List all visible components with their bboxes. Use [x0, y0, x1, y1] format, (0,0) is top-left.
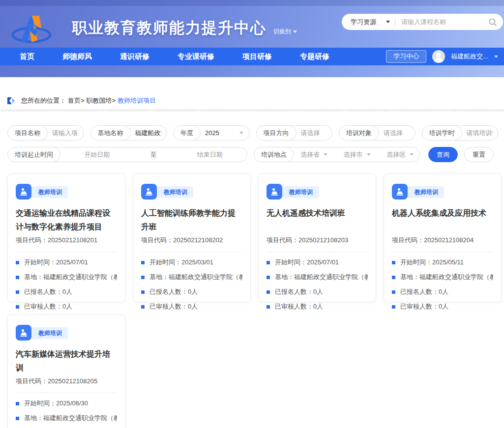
filter-base-name: 基地名称 — [90, 125, 167, 141]
switch-dropdown[interactable]: 切换到 — [273, 28, 297, 36]
filter-row-2: 培训起止时间 开始日期 至 结束日期 培训地点 选择省 选择市 — [7, 147, 498, 162]
card-title: 交通运输业在线精品课程设计与数字化素养提升项目 — [16, 206, 117, 234]
chevron-down-icon[interactable] — [494, 56, 498, 58]
card-row-text: 开始时间：2025/07/01 — [275, 258, 339, 267]
card-title: 汽车新媒体运营技术提升培训 — [16, 347, 117, 375]
card-divider — [267, 252, 368, 252]
card-row-text: 开始时间：2025/06/30 — [24, 399, 88, 408]
card-code: 项目代码：20250212108201 — [16, 236, 117, 245]
card-info-row: 已报名人数：0人 — [392, 287, 493, 296]
target-select[interactable] — [379, 129, 415, 137]
date-range-zone: 开始日期 至 结束日期 — [60, 150, 247, 159]
chevron-down-icon — [293, 30, 297, 33]
card-title: 机器人系统集成及应用技术 — [392, 206, 493, 234]
card-info-row: 开始时间：2025/07/01 — [16, 258, 117, 267]
card-row-text: 已报名人数：0人 — [275, 287, 323, 296]
direction-select[interactable] — [296, 129, 332, 137]
project-card[interactable]: 教师培训 交通运输业在线精品课程设计与数字化素养提升项目 项目代码：202502… — [7, 173, 125, 302]
card-badge: 教师培训 — [141, 184, 242, 200]
location-zone: 选择省 选择市 选择区 — [294, 150, 419, 159]
bullet-icon — [16, 276, 19, 279]
card-badge: 教师培训 — [16, 184, 117, 200]
card-divider — [141, 252, 242, 252]
card-row-text: 基地：福建船政交通职业学院（教师... — [400, 273, 493, 282]
bullet-icon — [16, 417, 19, 420]
card-info-row: 已审核人数：0人 — [141, 302, 242, 311]
base-name-input[interactable] — [130, 129, 167, 137]
user-avatar[interactable] — [432, 50, 445, 63]
bullet-icon — [392, 261, 395, 264]
nav-item-zhuanyeke[interactable]: 专业课研修 — [178, 52, 214, 61]
breadcrumb-prefix: 您所在的位置： — [21, 96, 66, 105]
filter-label: 年度 — [173, 125, 201, 141]
start-date-input[interactable]: 开始日期 — [84, 150, 110, 159]
search-category-select[interactable]: 学习资源 — [351, 18, 386, 27]
card-divider — [16, 252, 117, 252]
card-code: 项目代码：20250212108204 — [392, 236, 493, 245]
search-button[interactable]: 查询 — [428, 147, 458, 162]
card-info-row: 开始时间：2025/06/30 — [16, 399, 117, 408]
card-info-row: 基地：福建船政交通职业学院（教师... — [392, 273, 493, 282]
district-select[interactable]: 选择区 — [386, 150, 414, 159]
filter-label: 培训学时 — [422, 125, 462, 141]
end-date-input[interactable]: 结束日期 — [197, 150, 223, 159]
bullet-icon — [141, 261, 145, 264]
bullet-icon — [267, 290, 270, 294]
bullet-icon — [267, 261, 270, 264]
filter-label: 基地名称 — [90, 125, 131, 141]
chevron-down-icon[interactable] — [386, 21, 390, 23]
nav-item-xiangmu[interactable]: 项目研修 — [242, 52, 272, 61]
card-info-row: 已报名人数：0人 — [16, 287, 117, 296]
card-rows: 开始时间：2025/07/01 基地：福建船政交通职业学院（教师... 已报名人… — [267, 258, 368, 311]
project-name-input[interactable] — [47, 129, 84, 137]
bullet-icon — [16, 305, 19, 309]
card-badge: 教师培训 — [392, 184, 493, 200]
breadcrumb-home[interactable]: 首页> — [68, 96, 85, 105]
nav-item-tongshi[interactable]: 通识研修 — [120, 52, 149, 61]
filter-label: 项目方向 — [256, 125, 296, 141]
breadcrumb-zhijiao[interactable]: 职教国培> — [87, 96, 116, 105]
card-info-row: 基地：福建船政交通职业学院（教师... — [16, 273, 117, 282]
card-code: 项目代码：20250212108205 — [16, 377, 117, 386]
nav-item-home[interactable]: 首页 — [20, 52, 34, 61]
date-separator: 至 — [150, 150, 156, 159]
project-card[interactable]: 教师培训 无人机遥感技术培训班 项目代码：20250212108203 开始时间… — [258, 173, 376, 302]
top-strip — [0, 0, 504, 6]
card-row-text: 已审核人数：0人 — [24, 302, 72, 311]
card-rows: 开始时间：2025/06/30 基地：福建船政交通职业学院（教师... 已报名人… — [16, 399, 117, 428]
chevron-down-icon[interactable] — [239, 132, 243, 134]
bullet-icon — [267, 305, 270, 309]
city-select[interactable]: 选择市 — [344, 150, 371, 159]
search-icon[interactable] — [488, 18, 497, 27]
year-select[interactable] — [200, 129, 239, 137]
header-banner: 职业教育教师能力提升中心 切换到 学习资源 首页 师德师风 通识研修 专业课研修 — [0, 0, 504, 77]
course-search-input[interactable] — [401, 18, 488, 26]
project-card[interactable]: 教师培训 人工智能训练师教学能力提升班 项目代码：20250212108202 … — [133, 173, 251, 302]
filter-label: 培训地点 — [254, 147, 294, 162]
hours-input[interactable] — [462, 129, 498, 137]
nav-item-zhuanti[interactable]: 专题研修 — [300, 52, 329, 61]
learning-center-button[interactable]: 学习中心 — [386, 50, 426, 63]
card-rows: 开始时间：2025/05/11 基地：福建船政交通职业学院（教师... 已报名人… — [392, 258, 493, 311]
card-row-text: 基地：福建船政交通职业学院（教师... — [149, 273, 242, 282]
logo-icon — [9, 12, 54, 44]
nav-item-shide[interactable]: 师德师风 — [62, 52, 92, 61]
province-select[interactable]: 选择省 — [300, 150, 327, 159]
filter-date-range: 培训起止时间 开始日期 至 结束日期 — [7, 147, 247, 162]
bullet-icon — [267, 276, 270, 279]
project-card[interactable]: 教师培训 机器人系统集成及应用技术 项目代码：20250212108204 开始… — [384, 173, 502, 302]
bullet-icon — [16, 261, 19, 264]
card-row-text: 已报名人数：0人 — [149, 287, 198, 296]
project-card[interactable]: 教师培训 汽车新媒体运营技术提升培训 项目代码：20250212108205 开… — [7, 314, 125, 428]
bullet-icon — [141, 276, 145, 279]
nav-right: 学习中心 福建船政交... — [386, 48, 498, 65]
card-row-text: 基地：福建船政交通职业学院（教师... — [24, 414, 117, 423]
breadcrumb-current[interactable]: 教师培训项目 — [118, 96, 156, 105]
user-name[interactable]: 福建船政交... — [451, 52, 488, 61]
card-title: 无人机遥感技术培训班 — [267, 206, 368, 234]
reset-button[interactable]: 重置 — [464, 147, 494, 162]
location-icon — [7, 97, 15, 104]
filter-year: 年度 — [173, 125, 250, 141]
divider — [395, 18, 395, 26]
teacher-training-icon — [16, 325, 31, 341]
